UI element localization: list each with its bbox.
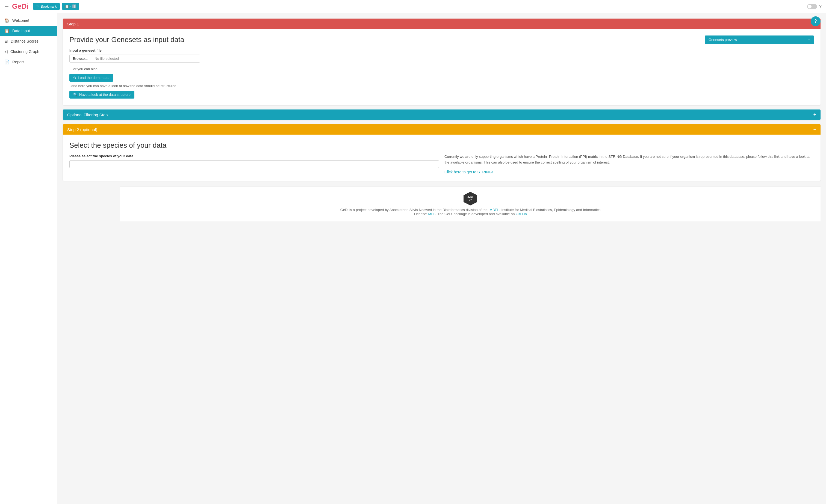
step1-title: Provide your Genesets as input data	[69, 36, 699, 44]
step1-left: Provide your Genesets as input data Inpu…	[69, 36, 699, 99]
step1-grid: Provide your Genesets as input data Inpu…	[69, 36, 814, 99]
footer-description-line1: GeDi is a project developed by Annekathr…	[126, 208, 815, 212]
file-input-label: Input a geneset file	[69, 48, 699, 52]
home-icon: 🏠	[4, 18, 10, 23]
optional-filtering-label: Optional Filtering Step	[67, 113, 108, 117]
footer-desc-prefix: GeDi is a project developed by Annekathr…	[340, 208, 489, 212]
footer: GeDi+* GeDi is a project developed by An…	[120, 186, 821, 222]
clustering-graph-icon: ◁	[4, 49, 8, 54]
footer-license-prefix: License:	[414, 212, 428, 216]
optional-filtering-expand-btn[interactable]: +	[813, 112, 816, 117]
or-text: ... or you can also	[69, 67, 699, 71]
data-structure-label: Have a look at the data structure	[79, 92, 130, 97]
step2-title: Select the species of your data	[69, 141, 814, 149]
data-input-icon: 📋	[4, 28, 10, 33]
step2-panel: Step 2 (optional) − Select the species o…	[63, 124, 821, 181]
top-navbar: ☰ GeDi ♡ Bookmark 📋 · ℹ️ ?	[0, 0, 826, 13]
sidebar-item-welcome[interactable]: 🏠 Welcome!	[0, 15, 57, 26]
step1-right: Genesets preview +	[705, 36, 814, 99]
sidebar-item-report[interactable]: 📄 Report	[0, 57, 57, 67]
sidebar-item-distance-scores[interactable]: ⊞ Distance Scores	[0, 36, 57, 47]
bookmark-button[interactable]: ♡ Bookmark	[33, 3, 60, 10]
distance-scores-icon: ⊞	[4, 39, 8, 44]
toggle-knob	[808, 5, 812, 8]
mit-link[interactable]: MIT	[428, 212, 434, 216]
step2-right: Currently we are only supporting organis…	[445, 154, 814, 174]
sidebar-item-clustering-graph-label: Clustering Graph	[10, 49, 39, 54]
sidebar-item-data-input-label: Data Input	[12, 29, 30, 33]
step1-header: Step 1 −	[63, 18, 821, 29]
main-content: ? Step 1 − Provide your Genesets as inpu…	[57, 13, 826, 504]
footer-desc-suffix: - Institute for Medical Biostatistics, E…	[498, 208, 600, 212]
file-placeholder: No file selected	[91, 55, 200, 63]
species-input[interactable]	[69, 160, 439, 168]
species-select-label: Please select the species of your data.	[69, 154, 439, 158]
and-text: ..and here you can have a look at how th…	[69, 84, 699, 88]
step2-header-label: Step 2 (optional)	[67, 127, 97, 132]
sidebar-item-report-label: Report	[12, 60, 24, 64]
optional-filtering-panel: Optional Filtering Step +	[63, 110, 821, 120]
species-description: Currently we are only supporting organis…	[445, 154, 814, 166]
step1-panel: Step 1 − Provide your Genesets as input …	[63, 18, 821, 105]
footer-license-line: License: MIT - The GeDi package is devel…	[126, 212, 815, 216]
dark-mode-toggle[interactable]	[807, 4, 817, 9]
step2-grid: Please select the species of your data. …	[69, 154, 814, 174]
footer-logo: GeDi+*	[464, 192, 477, 205]
step1-body: Provide your Genesets as input data Inpu…	[63, 29, 821, 105]
help-icon[interactable]: ?	[819, 4, 822, 9]
load-demo-button[interactable]: ⊙ Load the demo data	[69, 74, 113, 82]
github-link[interactable]: GitHub	[516, 212, 527, 216]
sidebar: 🏠 Welcome! 📋 Data Input ⊞ Distance Score…	[0, 13, 57, 504]
load-demo-icon: ⊙	[73, 76, 76, 80]
report-icon: 📄	[4, 60, 10, 64]
step1-header-label: Step 1	[67, 21, 79, 26]
footer-logo-container: GeDi+*	[126, 192, 815, 205]
sidebar-item-distance-scores-label: Distance Scores	[11, 39, 39, 44]
browse-button[interactable]: Browse...	[69, 55, 91, 63]
genesets-preview-expand-icon: +	[808, 38, 810, 42]
sidebar-item-clustering-graph[interactable]: ◁ Clustering Graph	[0, 47, 57, 57]
hamburger-icon[interactable]: ☰	[4, 4, 9, 10]
sidebar-item-welcome-label: Welcome!	[12, 18, 29, 23]
help-button[interactable]: ?	[811, 16, 821, 26]
genesets-preview-label: Genesets preview	[709, 38, 737, 42]
imbei-link[interactable]: IMBEI	[489, 208, 498, 212]
step2-header: Step 2 (optional) −	[63, 124, 821, 135]
sidebar-item-data-input[interactable]: 📋 Data Input	[0, 26, 57, 36]
optional-filtering-header: Optional Filtering Step +	[63, 110, 821, 120]
heart-icon: ♡	[36, 4, 40, 8]
step2-left: Please select the species of your data.	[69, 154, 439, 174]
main-layout: 🏠 Welcome! 📋 Data Input ⊞ Distance Score…	[0, 13, 826, 504]
data-structure-button[interactable]: 🔍 Have a look at the data structure	[69, 90, 134, 99]
step2-collapse-btn[interactable]: −	[813, 127, 816, 132]
nav-group-button[interactable]: 📋 · ℹ️	[62, 3, 79, 10]
data-structure-icon: 🔍	[73, 92, 77, 97]
navbar-right: ?	[807, 4, 822, 9]
file-input-row: Browse... No file selected	[69, 55, 699, 63]
app-logo: GeDi	[12, 2, 29, 11]
string-link[interactable]: Click here to get to STRING!	[445, 170, 493, 174]
load-demo-label: Load the demo data	[78, 76, 110, 80]
step2-body: Select the species of your data Please s…	[63, 135, 821, 181]
genesets-preview-button[interactable]: Genesets preview +	[705, 36, 814, 44]
footer-license-suffix: - The GeDi package is developed and avai…	[434, 212, 516, 216]
